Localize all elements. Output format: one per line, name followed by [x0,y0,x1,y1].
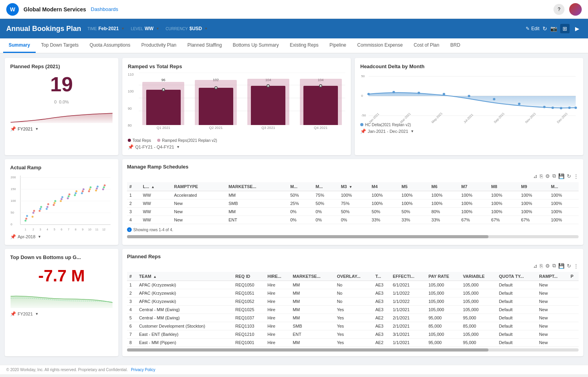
pr-col-req[interactable]: REQ ID [233,272,265,281]
pr-col-variable[interactable]: VARIABLE [461,272,497,281]
more-icon[interactable]: ⋮ [573,173,579,179]
tab-commission[interactable]: Commission Expense [352,38,408,53]
svg-point-39 [40,208,42,210]
dashboards-link[interactable]: Dashboards [91,6,118,12]
col-m9[interactable]: M9 [519,182,548,191]
tab-cost[interactable]: Cost of Plan [408,38,445,53]
svg-point-55 [76,190,78,192]
svg-text:-50: -50 [361,114,366,117]
save-icon-2[interactable]: 💾 [558,263,564,269]
col-m4[interactable]: M4 [369,182,399,191]
svg-point-16 [518,103,520,105]
svg-point-63 [96,188,98,190]
export-icon-2[interactable]: ⎘ [540,263,543,269]
filter-icon[interactable]: ⊿ [533,173,537,179]
headcount-footer: 📌 Jan-2021 - Dec-2021 ▼ [360,129,578,134]
pr-col-ramp[interactable]: RAMPT... [537,272,568,281]
col-m10[interactable]: M... [549,182,579,191]
pr-col-t[interactable]: T... [373,272,390,281]
copy-icon-2[interactable]: ⧉ [552,263,556,269]
copy-icon[interactable]: ⧉ [552,173,556,179]
tab-quota[interactable]: Quota Assumptions [84,38,136,53]
planned-reps-table-scroll[interactable]: # TEAM ▲ REQ ID HIRE... MARKETSE... OVER… [127,272,579,347]
tab-brd[interactable]: BRD [445,38,466,53]
pr-col-overlay[interactable]: OVERLAY... [334,272,373,281]
dot-q3 [267,84,270,87]
tab-staffing[interactable]: Planned Staffing [182,38,227,53]
top-navigation: W Global Modern Services Dashboards ? [0,0,588,19]
pr-col-payrate[interactable]: PAY RATE [426,272,461,281]
planned-reps-card: Planned Reps (2021) 19 0 0.0% [5,58,118,155]
settings-icon[interactable]: ⚙ [545,173,550,179]
currency-filter[interactable]: CURRENCY $USD ▼ [166,26,208,31]
refresh-icon-2[interactable]: ↻ [567,263,571,269]
privacy-policy-link[interactable]: Privacy Policy [131,368,155,372]
col-m7[interactable]: M7 [459,182,489,191]
pr-col-team[interactable]: TEAM ▲ [137,272,233,281]
svg-point-41 [39,210,41,212]
tab-bottomsup[interactable]: Bottoms Up Summary [227,38,284,53]
svg-text:10: 10 [88,228,91,231]
col-m5[interactable]: M5 [399,182,429,191]
video-button[interactable]: ▶ [573,24,582,33]
tab-summary[interactable]: Summary [3,38,36,53]
planned-reps-scrollbar[interactable] [127,348,579,352]
save-icon[interactable]: 💾 [558,173,564,179]
pr-col-hire[interactable]: HIRE... [265,272,290,281]
pr-col-effective[interactable]: EFFECTI... [390,272,426,281]
svg-point-11 [392,91,395,93]
help-icon[interactable]: ? [554,4,564,15]
table-row: 4 Central - MM (Ewing) REQ1025 Hire MM Y… [127,306,579,314]
svg-text:1: 1 [25,228,26,231]
svg-point-48 [61,198,63,200]
svg-text:5: 5 [54,228,55,231]
bar-q4-total [303,86,338,125]
col-m3[interactable]: M3 ▼ [339,182,369,191]
col-m2[interactable]: M... [313,182,339,191]
svg-point-18 [552,107,554,109]
col-m6[interactable]: M6 [429,182,459,191]
col-m8[interactable]: M8 [489,182,519,191]
tab-topdown[interactable]: Top Down Targets [36,38,84,53]
tab-pipeline[interactable]: Pipeline [324,38,352,53]
pencil-icon: ✎ [526,26,530,31]
settings-icon-2[interactable]: ⚙ [545,263,550,269]
export-icon[interactable]: ⎘ [540,173,543,179]
grid-view-button[interactable]: ⊞ [560,24,570,33]
pr-col-p[interactable]: P [568,272,579,281]
planned-reps-data-table: # TEAM ▲ REQ ID HIRE... MARKETSE... OVER… [127,272,579,347]
planned-reps-table-title: Planned Reps [127,254,579,259]
edit-button[interactable]: ✎ Edit [526,26,539,31]
col-loc[interactable]: L... ▲ [140,182,172,191]
horizontal-scrollbar[interactable] [127,235,579,238]
level-filter[interactable]: LEVEL WW ▼ [131,26,160,31]
svg-point-14 [468,95,470,97]
more-icon-2[interactable]: ⋮ [573,263,579,269]
col-m1[interactable]: M... [288,182,313,191]
ramped-chart-footer: 📌 Q1-FY21 - Q4-FY21 ▼ [128,144,345,150]
period-dropdown-arrow[interactable]: ▼ [35,127,39,131]
col-ramptype[interactable]: RAMPTYPE [172,182,226,191]
refresh-icon-table[interactable]: ↻ [567,173,571,179]
refresh-icon[interactable]: ↻ [543,25,547,32]
svg-point-64 [97,186,99,188]
svg-point-10 [367,93,370,95]
pr-col-market[interactable]: MARKETSE... [290,272,335,281]
svg-point-56 [74,194,76,196]
svg-point-49 [62,196,64,198]
svg-point-34 [26,215,28,217]
time-filter[interactable]: TIME Feb-2021 ▼ [87,26,125,31]
filter-icon-2[interactable]: ⊿ [533,263,537,269]
svg-point-52 [69,194,71,196]
tab-existing[interactable]: Existing Reps [284,38,324,53]
page-footer: © 2020 Workday, Inc. All rights reserved… [0,365,588,374]
tab-productivity[interactable]: Productivity Plan [136,38,182,53]
svg-point-43 [47,203,49,205]
col-market[interactable]: MARKETSE... [226,182,288,191]
svg-text:150: 150 [11,187,16,191]
user-avatar[interactable] [569,3,582,16]
camera-icon[interactable]: 📷 [550,25,557,32]
actual-ramp-card: Actual Ramp 200 150 100 50 0 [5,159,118,245]
svg-point-17 [543,106,545,108]
pr-col-quota[interactable]: QUOTA TY... [497,272,537,281]
